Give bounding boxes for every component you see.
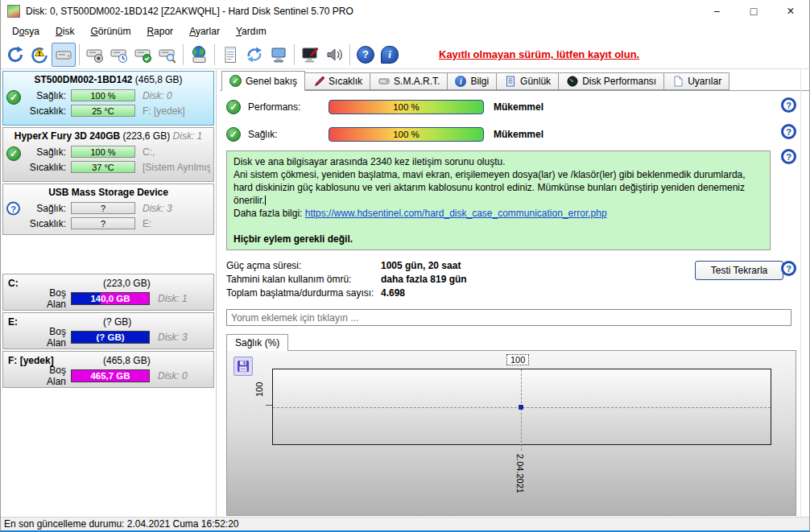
sidebar-partition-c[interactable]: C: (223,0 GB) Boş Alan 140,0 GB Disk: 1 xyxy=(2,274,214,311)
tab-disk-performansi[interactable]: Disk Performansı xyxy=(559,72,664,90)
health-label: Sağlık: xyxy=(248,129,329,140)
disk-analyze-icon[interactable] xyxy=(155,43,180,67)
disk-acoustic-icon[interactable] xyxy=(83,43,107,67)
chart-plot-area: 100 xyxy=(272,369,771,445)
sidebar-disk-hyperx[interactable]: HyperX Fury 3D 240GB (223,6 GB) Disk: 1 … xyxy=(2,127,214,182)
menu-disk[interactable]: Disk xyxy=(48,23,82,39)
performance-status: Mükemmel xyxy=(494,101,543,113)
retest-button[interactable]: Testi Tekrarla xyxy=(695,261,783,280)
tab-smart[interactable]: S.M.A.R.T. xyxy=(370,72,448,90)
menu-rapor[interactable]: Rapor xyxy=(138,23,181,39)
tab-uyarilar[interactable]: Uyarılar xyxy=(664,72,729,90)
free-space-bar: (? GB) xyxy=(71,331,150,344)
disk-ok-icon: ✓ xyxy=(6,90,21,105)
free-space-label: Boş Alan xyxy=(29,287,71,310)
performance-row: ✓ Performans: 100 % Mükemmel xyxy=(226,98,809,115)
temp-bar: ? xyxy=(71,217,135,229)
disk-number: Disk: 1 xyxy=(158,293,188,304)
health-label: Sağlık: xyxy=(24,203,71,214)
detect-disks-icon[interactable] xyxy=(52,43,76,67)
help-performance-icon[interactable]: ? xyxy=(781,97,796,113)
sidebar-spacer xyxy=(2,237,214,272)
window-title: Disk: 0, ST500DM002-1BD142 [Z2AKWQHL] - … xyxy=(26,6,353,17)
tab-bilgi[interactable]: i Bilgi xyxy=(448,72,497,90)
tab-genel-bakis[interactable]: ✓ Genel bakış xyxy=(221,71,305,91)
disk-size: (223,6 GB) xyxy=(123,130,171,142)
message-line-2: Ani sistem çökmesi, yeniden başlatma, ma… xyxy=(233,169,746,206)
chart-tab-saglik[interactable]: Sağlık (%) xyxy=(226,334,288,351)
toolbar-separator xyxy=(183,44,184,65)
drive-letters: C:, xyxy=(143,146,155,158)
disk-number: Disk: 3 xyxy=(143,203,172,214)
disk-number: Disk: 3 xyxy=(158,332,188,343)
maximize-button[interactable]: □ xyxy=(735,0,772,23)
status-bar: En son güncelleme durumu: 2.04.2021 Cuma… xyxy=(1,517,809,530)
stat-start-stop-count: Toplam başlatma/durdurma sayısı: 4.698 xyxy=(226,286,809,299)
disk-name: HyperX Fury 3D 240GB xyxy=(14,130,120,142)
menu-dosya[interactable]: Dosya xyxy=(4,23,48,39)
close-button[interactable]: × xyxy=(772,0,809,23)
tab-gunluk[interactable]: Günlük xyxy=(497,72,559,90)
disk-clock-icon[interactable] xyxy=(107,43,131,67)
disk-name: ST500DM002-1BD142 xyxy=(34,74,132,85)
chart-x-tick-label: 2.04.2021 xyxy=(515,454,525,493)
info-icon: i xyxy=(455,76,466,87)
toolbar-separator xyxy=(294,44,295,65)
menu-yardim[interactable]: Yardım xyxy=(228,23,275,39)
surface-test-icon[interactable] xyxy=(298,43,322,67)
temp-label: Sıcaklık: xyxy=(24,162,71,173)
save-chart-button[interactable] xyxy=(233,357,253,376)
help-health-icon[interactable]: ? xyxy=(781,124,796,139)
action-required-text: Hiçbir eylem gerekli değil. xyxy=(233,233,763,245)
info-icon[interactable]: i xyxy=(378,43,402,67)
sidebar-partition-e[interactable]: E: (? GB) Boş Alan (? GB) Disk: 3 xyxy=(2,312,214,349)
disk-sidebar: ST500DM002-1BD142 (465,8 GB) ✓ Sağlık: 1… xyxy=(1,69,217,517)
menu-gorunum[interactable]: Görünüm xyxy=(82,23,138,39)
sync-info-icon[interactable] xyxy=(242,43,267,67)
report-error-icon[interactable] xyxy=(27,43,52,67)
partition-size: (223,0 GB) xyxy=(103,278,151,289)
ok-icon: ✓ xyxy=(226,100,241,114)
sidebar-disk-st500dm002[interactable]: ST500DM002-1BD142 (465,8 GB) ✓ Sağlık: 1… xyxy=(2,71,214,126)
menu-ayarlar[interactable]: Ayarlar xyxy=(181,23,228,39)
drive-letters: E: xyxy=(143,218,151,229)
disk-number: Disk: 0 xyxy=(143,90,172,101)
drive-letters: F: [yedek] xyxy=(143,105,185,117)
online-version-check-icon[interactable] xyxy=(187,43,211,67)
unregistered-notice-link[interactable]: Kayıtlı olmayan sürüm, lütfen kayıt olun… xyxy=(439,48,639,60)
disk-number: Disk: 0 xyxy=(158,370,188,381)
gauge-icon xyxy=(566,76,578,88)
comment-input[interactable] xyxy=(226,309,791,326)
refresh-icon[interactable] xyxy=(3,43,27,67)
minimize-button[interactable]: − xyxy=(698,0,735,23)
temp-bar: 25 °C xyxy=(71,105,135,117)
help-icon[interactable]: ? xyxy=(353,43,378,67)
text-caret xyxy=(265,196,266,205)
tab-bar: ✓ Genel bakış Sıcaklık S.M.A.R.T. i Bilg… xyxy=(220,71,809,91)
sound-icon[interactable] xyxy=(322,43,346,67)
toolbar: ? i Kayıtlı olmayan sürüm, lütfen kayıt … xyxy=(1,40,809,69)
sidebar-partition-f[interactable]: F: [yedek] (465,8 GB) Boş Alan 465,7 GB … xyxy=(2,351,214,388)
sidebar-spacer xyxy=(2,390,214,515)
health-row: ✓ Sağlık: 100 % Mükemmel xyxy=(226,126,809,142)
health-bar: ? xyxy=(71,202,135,214)
help-message-icon[interactable]: ? xyxy=(781,149,796,164)
free-space-bar: 140,0 GB xyxy=(71,292,150,305)
help-retest-icon[interactable]: ? xyxy=(781,261,796,276)
more-info-link[interactable]: https://www.hdsentinel.com/hard_disk_cas… xyxy=(305,208,607,219)
sidebar-disk-usb[interactable]: USB Mass Storage Device ? Sağlık: ? Disk… xyxy=(2,184,214,235)
chart-data-point xyxy=(519,405,523,410)
disk-test-ok-icon[interactable] xyxy=(131,43,155,67)
toolbar-separator xyxy=(214,44,215,65)
title-bar: Disk: 0, ST500DM002-1BD142 [Z2AKWQHL] - … xyxy=(1,0,809,23)
performance-label: Performans: xyxy=(248,101,329,113)
floppy-icon xyxy=(237,360,250,373)
tab-sicaklik[interactable]: Sıcaklık xyxy=(305,72,370,90)
network-monitor-icon[interactable] xyxy=(267,43,291,67)
report-icon[interactable] xyxy=(218,43,242,67)
free-space-label: Boş Alan xyxy=(29,365,71,387)
health-bar: 100 % xyxy=(71,89,135,101)
toolbar-separator xyxy=(349,44,350,65)
more-info-label: Daha fazla bilgi: xyxy=(233,208,305,219)
health-label: Sağlık: xyxy=(24,90,71,101)
